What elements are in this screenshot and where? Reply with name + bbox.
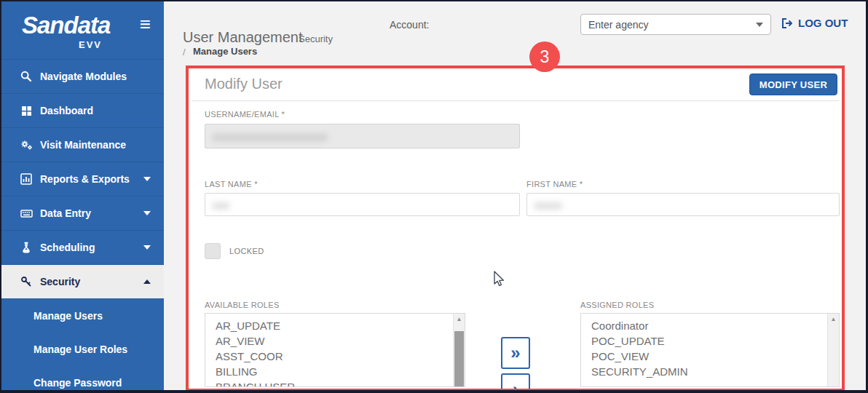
search-icon [19,71,33,82]
logout-icon [781,17,793,29]
agency-dropdown-placeholder: Enter agency [588,19,649,31]
role-option-label: SECURITY_ADMIN [591,365,688,378]
role-option-label: POC_UPDATE [591,335,665,347]
sidebar-item-dashboard[interactable]: Dashboard [1,94,164,128]
role-option[interactable]: AR_VIEW [205,333,452,349]
first-name-label: FIRST NAME * [526,180,583,188]
sidebar-item-scheduling[interactable]: Scheduling [1,231,164,265]
move-all-right-button[interactable]: » [501,337,530,369]
page-subtitle: Security [299,33,333,44]
role-option-label: AR_VIEW [216,335,265,347]
last-name-label: LAST NAME * [205,180,258,188]
role-option-label: BRANCH USER [216,381,295,387]
chevron-up-icon [143,279,151,284]
panel-divider [192,100,839,101]
sidebar-item-data-entry[interactable]: Data Entry [1,196,164,231]
sidebar-item-visit-maintenance[interactable]: Visit Maintenance [1,128,164,162]
available-roles-listbox[interactable]: AR_UPDATE AR_VIEW ASST_COOR BILLING BRAN… [205,313,465,387]
scroll-up-icon[interactable]: ▲ [828,314,839,325]
sidebar-subitem-label: Change Password [33,377,122,389]
role-option[interactable]: BILLING [205,364,452,379]
locked-label: LOCKED [229,247,264,255]
evv-logo-sub: EVV [79,39,102,50]
first-name-value-redacted: xxxxx [534,199,562,211]
logout-button[interactable]: LOG OUT [781,17,848,29]
move-right-button[interactable]: › [501,373,530,392]
available-roles-scrollbar[interactable]: ▲ [453,314,465,386]
page-title: User Management [183,29,303,46]
role-option-label: AR_UPDATE [216,319,280,332]
app-window: Sandata EVV ≡ Navigate Modules Dashboard… [0,0,868,393]
locked-checkbox[interactable] [205,243,221,259]
available-roles-label: AVAILABLE ROLES [205,301,280,309]
breadcrumb-current: Manage Users [193,46,257,57]
sidebar-item-label: Dashboard [40,105,93,116]
panel-title: Modify User [205,76,283,92]
scroll-up-icon[interactable]: ▲ [454,314,465,325]
logo-row: Sandata EVV ≡ [1,1,164,60]
role-option-label: ASST_COOR [216,350,283,362]
sidebar-subitem[interactable]: Manage User Roles [1,333,164,366]
sidebar-item-label: Reports & Exports [40,173,130,185]
role-option[interactable]: SECURITY_ADMIN [581,364,826,379]
assigned-roles-label: ASSIGNED ROLES [580,301,654,309]
chevron-right-icon: › [513,381,518,392]
double-chevron-right-icon: » [510,344,520,362]
sidebar-item-reports-exports[interactable]: Reports & Exports [1,162,164,196]
bar-chart-icon [19,173,33,185]
sidebar: Sandata EVV ≡ Navigate Modules Dashboard… [1,1,164,390]
modify-user-button[interactable]: MODIFY USER [749,74,837,95]
sidebar-subitem[interactable]: Change Password [1,366,164,393]
role-option-label: POC_VIEW [591,350,649,362]
gears-icon [19,139,33,151]
chevron-down-icon [143,177,151,181]
role-option[interactable]: POC_UPDATE [581,333,826,349]
username-value-redacted: xxxxxxxxxxxxxxxxxxxxx [213,130,328,143]
annotation-badge: 3 [529,41,560,72]
sidebar-subitem-label: Manage Users [33,310,103,322]
dropdown-caret-icon [756,23,763,27]
role-option[interactable]: BRANCH USER [205,379,452,387]
sandata-logo: Sandata [22,12,110,39]
role-option-label: BILLING [216,365,258,378]
username-input[interactable]: xxxxxxxxxxxxxxxxxxxxx [205,124,520,148]
role-option[interactable]: AR_UPDATE [205,318,452,333]
sidebar-subitem[interactable]: Manage Users [1,299,164,333]
grid-icon [19,106,33,116]
key-icon [19,276,33,287]
sidebar-item-label: Scheduling [40,242,95,253]
username-label: USERNAME/EMAIL * [205,110,285,119]
last-name-input[interactable]: xxx [205,193,520,216]
role-option[interactable]: ASST_COOR [205,349,452,364]
sidebar-item-label: Navigate Modules [40,71,127,82]
flask-icon [19,242,33,253]
role-option[interactable]: Coordinator [581,318,826,333]
menu-toggle-icon[interactable]: ≡ [140,15,151,33]
agency-dropdown[interactable]: Enter agency [580,14,771,35]
sidebar-item-security[interactable]: Security [1,265,164,299]
first-name-input[interactable]: xxxxx [526,193,840,216]
keyboard-icon [19,208,33,218]
scrollbar-thumb[interactable] [454,331,464,387]
sidebar-subitem-label: Manage User Roles [33,344,127,355]
sidebar-item-label: Security [40,276,80,287]
security-submenu: Manage Users Manage User Roles Change Pa… [1,299,164,393]
breadcrumb-separator: / [183,47,186,57]
sidebar-item-navigate-modules[interactable]: Navigate Modules [1,60,164,94]
chevron-down-icon [143,245,151,250]
last-name-value-redacted: xxx [213,199,229,211]
chevron-down-icon [143,211,151,215]
modify-user-panel: Modify User MODIFY USER USERNAME/EMAIL *… [186,66,845,392]
sidebar-item-label: Visit Maintenance [40,139,126,151]
sidebar-item-label: Data Entry [40,207,91,219]
assigned-roles-listbox[interactable]: Coordinator POC_UPDATE POC_VIEW SECURITY… [580,313,840,387]
main-area: User Management Security / Manage Users … [164,1,866,390]
logout-label: LOG OUT [798,17,848,29]
account-label: Account: [390,19,429,31]
assigned-roles-scrollbar[interactable]: ▲ [827,314,839,386]
role-option[interactable]: POC_VIEW [581,349,826,364]
role-option-label: Coordinator [591,319,648,332]
